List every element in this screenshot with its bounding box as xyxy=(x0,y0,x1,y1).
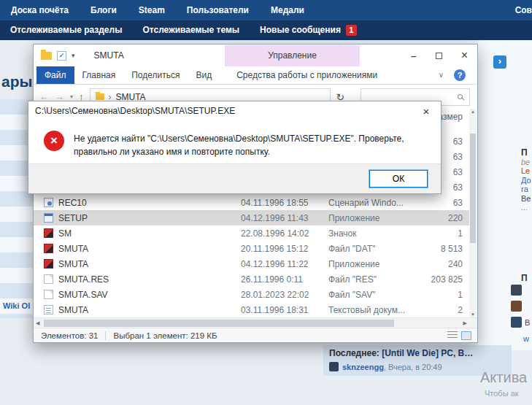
nav-item-new-messages-label: Новые сообщения xyxy=(260,20,341,40)
file-date: 22.08.1996 14:02 xyxy=(241,228,328,239)
tab-view[interactable]: Вид xyxy=(188,66,220,84)
file-type: Текстовый докум... xyxy=(328,305,431,315)
file-size: 240 xyxy=(431,259,463,269)
nav-item-medals[interactable]: Медали xyxy=(260,0,315,20)
dialog-titlebar[interactable]: C:\Users\Семеновна\Desktop\SMUTA\SETUP.E… xyxy=(28,101,441,120)
file-size: 63 xyxy=(431,198,463,208)
file-size: 1 xyxy=(431,228,463,239)
help-icon[interactable] xyxy=(454,69,466,81)
status-items-count: Элементов: 31 xyxy=(34,331,105,340)
horizontal-scrollbar-thumb[interactable] xyxy=(44,320,394,327)
tab-home[interactable]: Главная xyxy=(74,66,124,84)
scroll-right-icon[interactable] xyxy=(463,320,467,326)
generic-file-icon xyxy=(44,274,53,284)
file-type: Сценарий Windo... xyxy=(328,198,431,208)
nav-item-followed-topics[interactable]: Отслеживаемые темы xyxy=(132,20,250,40)
new-messages-count-badge: 1 xyxy=(346,25,357,36)
horizontal-scrollbar[interactable] xyxy=(34,317,477,328)
file-name: SMUTA.SAV xyxy=(58,290,241,300)
tab-file[interactable]: Файл xyxy=(36,66,74,84)
vertical-scrollbar[interactable] xyxy=(469,109,477,317)
search-icon xyxy=(458,94,463,99)
dialog-footer: ОК xyxy=(28,163,441,193)
file-date: 04.12.1996 11:43 xyxy=(241,213,328,223)
nav-item-users[interactable]: Пользователи xyxy=(176,0,260,20)
ribbon-collapse-icon[interactable] xyxy=(439,71,444,79)
properties-icon[interactable] xyxy=(57,51,66,61)
file-date: 20.11.1996 15:12 xyxy=(241,244,328,254)
file-size: 203 825 xyxy=(431,274,463,285)
application-file-icon xyxy=(44,213,53,223)
ok-button[interactable]: ОК xyxy=(369,170,428,188)
sidebar-link-fragment[interactable]: До xyxy=(521,176,531,185)
windows-activation-watermark: Актива xyxy=(480,369,527,386)
file-type: Приложение xyxy=(328,259,431,269)
explorer-titlebar[interactable]: SMUTA Управление xyxy=(34,45,477,66)
file-type: Файл "DAT" xyxy=(328,244,431,254)
file-name: SMUTA.RES xyxy=(58,274,241,285)
sidebar-fragment: В xyxy=(525,318,530,327)
maximize-button[interactable] xyxy=(426,45,452,66)
qat-dropdown-icon[interactable] xyxy=(72,52,75,59)
scroll-down-icon[interactable] xyxy=(469,312,477,317)
nav-item-cut-right[interactable]: Сов xyxy=(504,0,532,20)
tab-application-tools[interactable]: Средства работы с приложениями xyxy=(228,66,385,84)
sidebar-link-fragment[interactable]: Le xyxy=(521,166,531,176)
close-button[interactable] xyxy=(452,45,477,66)
file-row-selected[interactable]: SETUP 04.12.1996 11:43 Приложение 220 xyxy=(34,210,469,225)
dialog-close-icon[interactable] xyxy=(412,101,441,120)
dialog-message: Не удается найти "C:\Users\Семеновна\Des… xyxy=(74,132,428,158)
scroll-up-icon[interactable] xyxy=(469,109,477,114)
list-view-icon[interactable] xyxy=(447,331,458,340)
vertical-scrollbar-thumb[interactable] xyxy=(470,134,476,243)
file-row[interactable]: SMUTA.RES 26.11.1996 0:11 Файл "RES" 203… xyxy=(34,271,469,287)
sidebar-link-fragment[interactable]: w xyxy=(523,334,529,343)
minimize-button[interactable] xyxy=(401,45,426,66)
windows-activation-watermark-sub: Чтобы ак xyxy=(485,389,519,398)
file-row[interactable]: SMUTA 04.12.1996 11:22 Приложение 240 xyxy=(34,256,469,271)
file-name: SMUTA xyxy=(58,244,241,254)
recent-locations-icon[interactable] xyxy=(70,93,73,100)
contextual-tab-header[interactable]: Управление xyxy=(225,45,360,66)
application-file-icon xyxy=(44,259,53,269)
nav-item-new-messages[interactable]: Новые сообщения 1 xyxy=(250,20,367,40)
sidebar-heading-fragment: П xyxy=(521,148,531,158)
file-size: 2 xyxy=(431,305,463,315)
latest-user-link[interactable]: sknzeengg xyxy=(342,363,384,371)
avatar[interactable] xyxy=(511,317,522,328)
file-row[interactable]: SMUTA 20.11.1996 15:12 Файл "DAT" 8 513 xyxy=(34,241,469,256)
avatar[interactable] xyxy=(511,301,522,312)
panel-collapse-arrow-icon[interactable] xyxy=(493,55,506,69)
latest-meta-line: sknzeengg , Вчера, в 20:49 xyxy=(329,362,442,371)
file-row[interactable]: SMUTA 03.11.1996 18:31 Текстовый докум..… xyxy=(34,302,469,317)
thumbnail-view-icon[interactable] xyxy=(461,331,471,340)
nav-item-honor-board[interactable]: Доска почёта xyxy=(0,0,80,20)
folder-icon[interactable] xyxy=(41,52,52,60)
wiki-link[interactable]: Wiki Ol xyxy=(3,301,30,310)
nav-item-blogs[interactable]: Блоги xyxy=(80,0,128,20)
file-size: 8 513 xyxy=(431,244,463,254)
latest-topic-link[interactable]: [Until We Die] PC, B… xyxy=(382,348,473,358)
desktop-screen: Доска почёта Блоги Steam Пользователи Ме… xyxy=(0,0,532,405)
file-row[interactable]: SMUTA.SAV 28.01.2023 22:02 Файл "SAV" 1 xyxy=(34,287,469,302)
sidebar-fragment: be xyxy=(521,158,531,167)
file-date: 04.12.1996 11:22 xyxy=(241,259,328,269)
file-date: 03.11.1996 18:31 xyxy=(241,305,328,315)
sidebar-link-fragment[interactable]: ra xyxy=(521,185,531,194)
file-name: SM xyxy=(58,228,241,239)
scroll-left-icon[interactable] xyxy=(36,320,39,326)
error-dialog: C:\Users\Семеновна\Desktop\SMUTA\SETUP.E… xyxy=(28,101,442,194)
quick-access-toolbar xyxy=(34,51,75,61)
sidebar-heading2-fragment: П xyxy=(521,273,528,283)
avatar[interactable] xyxy=(511,285,522,296)
nav-item-followed-sections[interactable]: Отслеживаемые разделы xyxy=(0,20,132,40)
file-row[interactable]: SM 22.08.1996 14:02 Значок 1 xyxy=(34,225,469,241)
tab-share[interactable]: Поделиться xyxy=(123,66,188,84)
view-toggle-buttons xyxy=(447,331,477,340)
file-date: 26.11.1996 0:11 xyxy=(241,274,328,285)
user-avatar[interactable] xyxy=(329,362,339,371)
sidebar-text-fragments: П be Le До ra Ве ... xyxy=(521,148,531,212)
file-row[interactable]: REC10 04.11.1996 18:55 Сценарий Windo...… xyxy=(34,195,469,210)
status-selection: Выбран 1 элемент: 219 КБ xyxy=(105,331,224,340)
nav-item-steam[interactable]: Steam xyxy=(128,0,176,20)
